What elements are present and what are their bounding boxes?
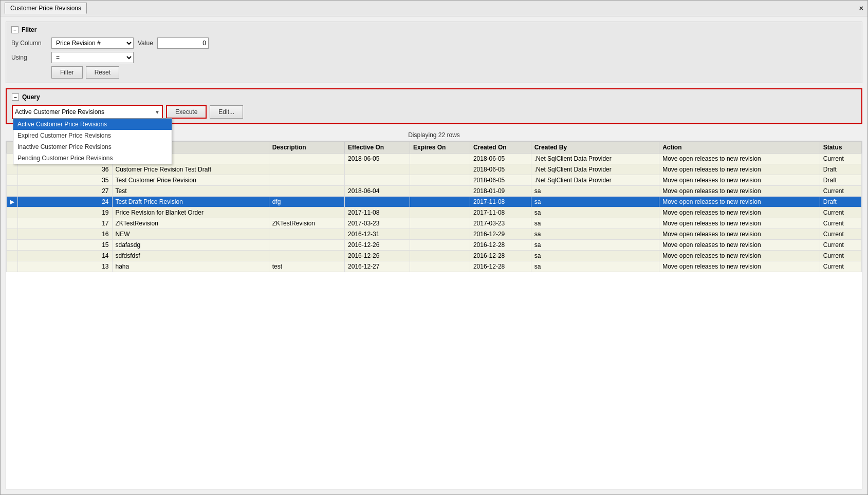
value-label: Value [138, 40, 153, 47]
cell-action: Move open releases to new revision [659, 261, 820, 272]
col-created-by[interactable]: Created By [531, 142, 659, 154]
cell-action: Move open releases to new revision [659, 207, 820, 218]
cell-status: Draft [820, 175, 861, 186]
cell-revision_num: 14 [18, 251, 113, 261]
cell-description [269, 164, 344, 175]
execute-button[interactable]: Execute [166, 105, 207, 119]
cell-expires_on [410, 186, 470, 197]
query-select-input[interactable] [13, 106, 162, 118]
col-action[interactable]: Action [659, 142, 820, 154]
table-row[interactable]: ▶24Test Draft Price Revisiondfg2017-11-0… [7, 197, 862, 207]
cell-expires_on [410, 229, 470, 240]
close-button[interactable]: × [859, 4, 863, 12]
window-tab[interactable]: Customer Price Revisions [5, 3, 87, 14]
cell-effective_on: 2016-12-27 [345, 261, 410, 272]
cell-created_by: sa [531, 229, 659, 240]
col-description[interactable]: Description [269, 142, 344, 154]
value-input[interactable] [157, 37, 209, 49]
cell-created_on: 2018-01-09 [470, 186, 531, 197]
cell-name: haha [112, 261, 269, 272]
cell-created_by: sa [531, 207, 659, 218]
cell-revision_num: 36 [18, 164, 113, 175]
cell-description [269, 186, 344, 197]
cell-name: Test [112, 186, 269, 197]
cell-status: Current [820, 186, 861, 197]
cell-created_by: sa [531, 186, 659, 197]
table-body: 37Testing2018-06-052018-06-05.Net SqlCli… [7, 154, 862, 272]
cell-expires_on [410, 175, 470, 186]
table-row[interactable]: 27Test2018-06-042018-01-09saMove open re… [7, 186, 862, 197]
table-row[interactable]: 19Price Revision for Blanket Order2017-1… [7, 207, 862, 218]
cell-name: NEW [112, 229, 269, 240]
cell-action: Move open releases to new revision [659, 186, 820, 197]
filter-button[interactable]: Filter [51, 66, 83, 79]
cell-effective_on: 2016-12-26 [345, 251, 410, 261]
cell-action: Move open releases to new revision [659, 240, 820, 251]
cell-created_by: sa [531, 261, 659, 272]
cell-expires_on [410, 251, 470, 261]
col-status[interactable]: Status [820, 142, 861, 154]
using-label: Using [11, 54, 47, 61]
cell-action: Move open releases to new revision [659, 164, 820, 175]
cell-indicator [7, 186, 18, 197]
using-select[interactable]: =<><=>=<> [51, 52, 134, 63]
cell-name: ZKTestRevision [112, 218, 269, 229]
query-section: – Query ▼ Active Customer Price Revision… [6, 88, 862, 124]
query-row: ▼ Active Customer Price RevisionsExpired… [12, 105, 856, 119]
dropdown-item[interactable]: Pending Customer Price Revisions [13, 153, 172, 164]
table-row[interactable]: 35Test Customer Price Revision2018-06-05… [7, 175, 862, 186]
cell-created_on: 2018-06-05 [470, 154, 531, 164]
table-row[interactable]: 16NEW2016-12-312016-12-29saMove open rel… [7, 229, 862, 240]
cell-description: dfg [269, 197, 344, 207]
filter-collapse-btn[interactable]: – [11, 26, 19, 33]
reset-button[interactable]: Reset [86, 66, 119, 79]
cell-created_on: 2017-03-23 [470, 218, 531, 229]
cell-created_on: 2018-06-05 [470, 175, 531, 186]
cell-name: sdfdsfdsf [112, 251, 269, 261]
cell-expires_on [410, 207, 470, 218]
query-dropdown-list: Active Customer Price RevisionsExpired C… [13, 118, 172, 164]
col-effective-on[interactable]: Effective On [345, 142, 410, 154]
cell-indicator: ▶ [7, 197, 18, 207]
cell-action: Move open releases to new revision [659, 197, 820, 207]
cell-status: Draft [820, 197, 861, 207]
cell-description [269, 175, 344, 186]
filter-by-column-row: By Column Price Revision #NameDescriptio… [11, 37, 857, 49]
dropdown-item[interactable]: Inactive Customer Price Revisions [13, 141, 172, 153]
cell-description: test [269, 261, 344, 272]
table-area: Displaying 22 rows Price Revision # ▼ Na… [6, 129, 862, 489]
cell-created_by: sa [531, 197, 659, 207]
query-title: Query [22, 93, 40, 101]
cell-expires_on [410, 197, 470, 207]
cell-description [269, 207, 344, 218]
cell-created_by: sa [531, 251, 659, 261]
cell-description: ZKTestRevision [269, 218, 344, 229]
cell-effective_on [345, 164, 410, 175]
cell-description [269, 229, 344, 240]
cell-created_on: 2016-12-28 [470, 240, 531, 251]
cell-indicator [7, 164, 18, 175]
cell-indicator [7, 207, 18, 218]
cell-expires_on [410, 240, 470, 251]
cell-expires_on [410, 218, 470, 229]
query-collapse-btn[interactable]: – [12, 93, 19, 101]
table-row[interactable]: 13hahatest2016-12-272016-12-28saMove ope… [7, 261, 862, 272]
cell-expires_on [410, 154, 470, 164]
col-created-on[interactable]: Created On [470, 142, 531, 154]
by-column-select[interactable]: Price Revision #NameDescriptionEffective… [51, 37, 134, 49]
filter-using-row: Using =<><=>=<> [11, 52, 857, 63]
table-row[interactable]: 14sdfdsfdsf2016-12-262016-12-28saMove op… [7, 251, 862, 261]
col-expires-on[interactable]: Expires On [410, 142, 470, 154]
table-wrapper[interactable]: Price Revision # ▼ Name Description Effe… [6, 141, 862, 489]
table-row[interactable]: 36Customer Price Revision Test Draft2018… [7, 164, 862, 175]
cell-expires_on [410, 261, 470, 272]
table-row[interactable]: 15sdafasdg2016-12-262016-12-28saMove ope… [7, 240, 862, 251]
edit-button[interactable]: Edit... [210, 105, 243, 119]
dropdown-item[interactable]: Active Customer Price Revisions [13, 119, 172, 130]
table-row[interactable]: 17ZKTestRevisionZKTestRevision2017-03-23… [7, 218, 862, 229]
cell-description [269, 251, 344, 261]
cell-action: Move open releases to new revision [659, 154, 820, 164]
cell-name: Customer Price Revision Test Draft [112, 164, 269, 175]
cell-effective_on: 2016-12-31 [345, 229, 410, 240]
dropdown-item[interactable]: Expired Customer Price Revisions [13, 130, 172, 141]
